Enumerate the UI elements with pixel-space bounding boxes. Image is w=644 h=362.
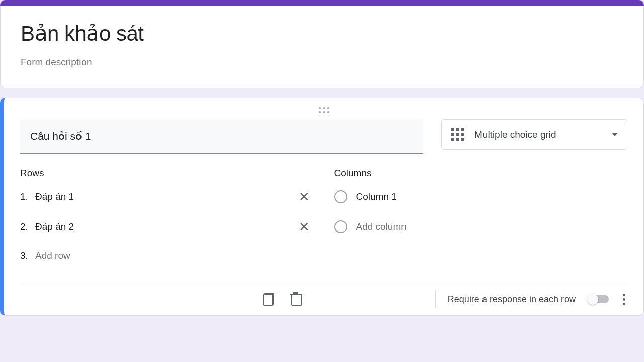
column-item: Column 1 [334, 190, 628, 203]
vertical-divider [435, 290, 436, 308]
grid-icon [451, 128, 464, 141]
radio-icon [334, 220, 347, 233]
trash-icon [291, 293, 302, 306]
add-row-item[interactable]: 3. Add row [20, 250, 314, 261]
form-accent-bar [0, 0, 644, 6]
form-header-card: Bản khảo sát Form description [0, 6, 644, 88]
row-item: 2. Đáp án 2 ✕ [20, 220, 314, 233]
row-number: 3. [20, 250, 35, 261]
rows-section-label: Rows [20, 168, 314, 179]
question-type-label: Multiple choice grid [474, 129, 602, 140]
delete-button[interactable] [290, 292, 304, 306]
form-description-placeholder[interactable]: Form description [21, 57, 623, 68]
question-text-input[interactable] [20, 119, 423, 154]
copy-icon [263, 293, 274, 306]
add-column-item[interactable]: Add column [334, 220, 628, 233]
chevron-down-icon [612, 133, 618, 136]
remove-row-button[interactable]: ✕ [295, 190, 314, 203]
question-type-selector[interactable]: Multiple choice grid [441, 119, 627, 150]
radio-icon [334, 190, 347, 203]
more-options-button[interactable] [621, 292, 627, 307]
drag-icon [319, 107, 329, 113]
remove-row-button[interactable]: ✕ [295, 220, 314, 233]
add-column-placeholder: Add column [356, 221, 407, 232]
question-card: Multiple choice grid Rows 1. Đáp án 1 ✕ … [0, 98, 644, 316]
drag-handle[interactable] [4, 98, 643, 115]
column-text-input[interactable]: Column 1 [356, 191, 397, 202]
columns-section-label: Columns [334, 168, 628, 179]
question-footer: Require a response in each row [4, 283, 643, 315]
row-text-input[interactable]: Đáp án 1 [35, 191, 295, 202]
row-item: 1. Đáp án 1 ✕ [20, 190, 314, 203]
row-text-input[interactable]: Đáp án 2 [35, 221, 295, 232]
add-row-placeholder: Add row [35, 250, 314, 261]
row-number: 2. [20, 221, 35, 232]
require-response-label: Require a response in each row [448, 294, 576, 305]
duplicate-button[interactable] [262, 292, 276, 306]
require-response-toggle[interactable] [588, 295, 609, 303]
row-number: 1. [20, 191, 35, 202]
form-title[interactable]: Bản khảo sát [21, 21, 623, 46]
